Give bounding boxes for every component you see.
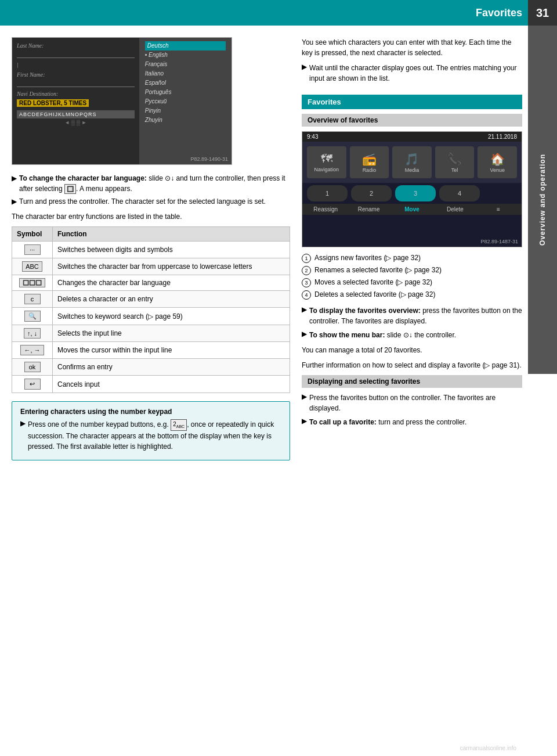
tel-icon: 📞 [447,152,462,166]
bullet-display-text: To display the favorites overview: press… [309,305,522,326]
side-label-text: Overview and operation [538,154,547,246]
info-box-text: Press one of the number keypad buttons, … [28,419,281,452]
fav-icon-label-tel: Tel [451,167,458,173]
table-row: 🔲🔲🔲 Changes the character bar language [12,275,290,291]
table-row: ←, → Moves the cursor within the input l… [12,342,290,359]
disp-sel-header: Displaying and selecting favorites [302,375,522,388]
disp-bullet-2: ▶ To call up a favorite: turn and press … [302,417,522,427]
func-delete: Deletes a character or an entry [53,291,290,308]
fav-action-reassign: Reassign [307,206,344,213]
ss-lang-portugues: Português [145,88,226,97]
header-title: Favorites [476,7,522,19]
page-number-block: 31 [528,0,557,26]
fav-date: 21.11.2018 [488,134,517,140]
table-intro-text: The character bar entry functions are li… [12,211,290,222]
numbered-list: 1 Assigns new favorites (▷ page 32) 2 Re… [302,253,522,300]
ss-cursor: | [17,62,135,68]
func-cancel: Cancels input [53,376,290,393]
ss-navi-dest-label: Navi Destination: [17,91,135,97]
side-label: Overview and operation [528,26,557,374]
ss-first-name-label: First Name: [17,71,135,78]
fav-icon-tel: 📞 Tel [435,146,475,178]
inline-btn-navi: 🔲 [64,184,76,194]
ss-lang-francais: Français [145,60,226,69]
list-item-2: 2 Renames a selected favorite (▷ page 32… [302,265,522,275]
arrow-icon-4: ▶ [302,63,307,84]
fav-numbers-row: 1 2 3 4 [302,183,522,204]
bullet-display-overview: ▶ To display the favorites overview: pre… [302,305,522,326]
ss-lang-deutsch: Deutsch [145,41,226,51]
fav-icon-media: 🎵 Media [392,146,432,178]
overview-subsection-header: Overview of favorites [302,114,522,127]
ss-char-row: ABCDEFGHIJKLMNOPQRS [17,110,135,118]
ss-caption: P82.89-1490-31 [190,156,228,162]
sym-abc: ABC [22,261,42,272]
list-item-1-text: Assigns new favorites (▷ page 32) [314,253,421,263]
favorites-section-header: Favorites [302,95,522,109]
fav-num-4: 4 [439,185,480,201]
func-digits-symbols: Switches between digits and symbols [53,242,290,258]
right-column: You see which characters you can enter w… [302,37,522,469]
sym-lang: 🔲🔲🔲 [19,278,45,287]
arrow-icon-1: ▶ [12,173,17,194]
list-item-2-text: Renames a selected favorite (▷ page 32) [314,265,442,275]
ss-lang-pinyin: Pinyin [145,106,226,116]
arrow-icon-2: ▶ [12,196,17,207]
radio-icon: 📻 [362,152,377,166]
num-circle-2: 2 [302,266,311,275]
info-box-keypad: Entering characters using the number key… [12,401,290,460]
media-icon: 🎵 [404,152,419,166]
list-item-4-text: Deletes a selected favorite (▷ page 32) [314,290,435,300]
ss-nav-arrows: ◄ ▒ ▒ ► [17,120,135,125]
header-bar: Favorites [0,0,557,26]
text-manage-favorites: You can manage a total of 20 favorites. [302,345,522,355]
fav-num-1: 1 [307,185,348,201]
navigation-icon: 🗺 [321,152,332,165]
table-row: c Deletes a character or an entry [12,291,290,308]
table-header-symbol: Symbol [12,227,53,242]
info-box-title: Entering characters using the number key… [20,408,281,416]
disp-bullet-1-text: Press the favorites button on the contro… [309,393,522,413]
table-row: ↑, ↓ Selects the input line [12,325,290,342]
venue-icon: 🏠 [490,152,505,166]
func-move-cursor: Moves the cursor within the input line [53,342,290,359]
fav-icon-navigation: 🗺 Navigation [307,146,346,178]
sym-updown: ↑, ↓ [24,328,41,339]
list-item-1: 1 Assigns new favorites (▷ page 32) [302,253,522,263]
ss-lang-zhuyin: Zhuyin [145,116,226,125]
ss-lang-russian: Русский [145,97,226,106]
info-box-bullet: ▶ Press one of the number keypad buttons… [20,419,281,452]
fav-top-bar: 9:43 21.11.2018 [302,132,522,142]
func-char-lang: Changes the character bar language [53,275,290,291]
instruction-change-lang-text: To change the character bar language: sl… [19,173,290,194]
fav-caption: P82.89-1487-31 [480,239,518,244]
ss-lang-italiano: Italiano [145,69,226,78]
num-circle-1: 1 [302,254,311,263]
right-bullet-wait: ▶ Wait until the character display goes … [302,63,522,84]
table-row: ↩ Cancels input [12,376,290,393]
fav-action-move: Move [393,206,431,213]
list-item-3: 3 Moves a selected favorite (▷ page 32) [302,278,522,287]
favorites-screenshot: 9:43 21.11.2018 🗺 Navigation 📻 Radio 🎵 M… [302,131,522,247]
sym-ok: ok [24,362,41,372]
text-further-info: Further information on how to select and… [302,360,522,370]
bullet-show-menu-bar: ▶ To show the menu bar: slide ⊙↓ the con… [302,330,522,340]
sym-dots: ··· [24,244,41,255]
left-column: Last Name: | First Name: Navi Destinatio… [12,37,290,469]
disp-bullet-1: ▶ Press the favorites button on the cont… [302,393,522,413]
arrow-icon-3: ▶ [20,419,26,452]
fav-num-2: 2 [351,185,392,201]
fav-action-rename: Rename [350,206,387,213]
arrow-icon-7: ▶ [302,393,307,413]
bullet-show-text: To show the menu bar: slide ⊙↓ the contr… [309,330,456,340]
ss-highlight-text: RED LOBSTER, 5 TIMES [17,99,89,107]
fav-bottom-bar: Reassign Rename Move Delete ≡ [302,204,522,215]
sym-leftright: ←, → [20,345,44,355]
ss-last-name-label: Last Name: [17,42,135,49]
table-row: 🔍 Switches to keyword search (▷ page 59) [12,308,290,325]
sym-delete: c [24,294,41,304]
arrow-icon-6: ▶ [302,330,307,340]
table-header-function: Function [53,227,290,242]
list-item-3-text: Moves a selected favorite (▷ page 32) [314,278,432,287]
sym-back: ↩ [24,379,41,390]
